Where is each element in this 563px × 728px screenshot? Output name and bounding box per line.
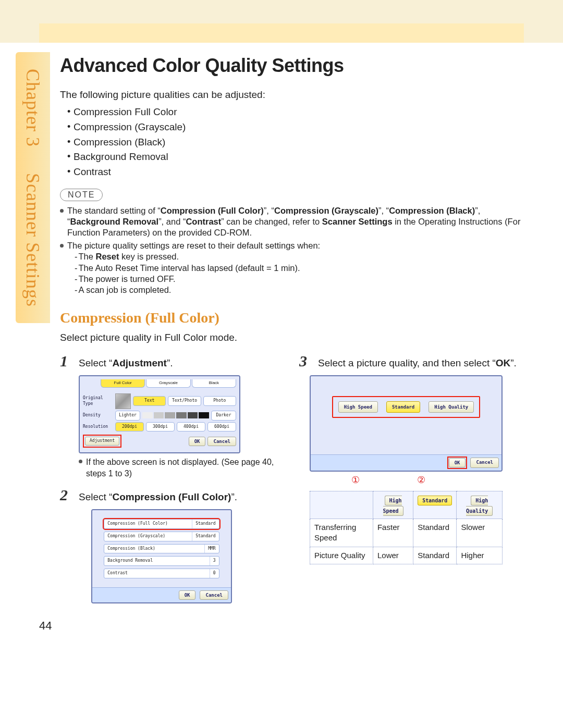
high-speed-button[interactable]: High Speed xyxy=(338,401,378,413)
callouts: ① ② xyxy=(351,474,524,486)
left-column: 1 Select “Adjustment”. Full Color Graysc… xyxy=(60,351,285,612)
list-item: Compression Full Color xyxy=(67,105,524,119)
chapter-label: Chapter 3 xyxy=(22,69,43,147)
step-text: Select “Adjustment”. xyxy=(79,353,285,370)
density-slider[interactable] xyxy=(142,412,209,418)
ok-button[interactable]: OK xyxy=(449,458,466,467)
cancel-button[interactable]: Cancel xyxy=(200,590,228,600)
chip-300dpi[interactable]: 300dpi xyxy=(146,422,175,432)
chip-600dpi[interactable]: 600dpi xyxy=(207,422,236,432)
item-contrast[interactable]: Contrast0 xyxy=(104,569,219,578)
tab-full-color[interactable]: Full Color xyxy=(101,379,145,388)
screenshot-adjustment-list: Compression (Full Color)Standard Compres… xyxy=(91,509,232,603)
quality-group-highlight: High Speed Standard High Quality xyxy=(332,396,481,418)
tab-black[interactable]: Black xyxy=(192,379,236,388)
step-number: 1 xyxy=(60,353,74,369)
step-3: 3 Select a picture quality, and then sel… xyxy=(299,353,524,564)
adjustment-highlight: Adjustment xyxy=(83,435,121,448)
callout-2: ② xyxy=(417,474,425,486)
section-lead: Select picture quality in Full Color mod… xyxy=(60,331,524,344)
label-density: Density xyxy=(83,413,113,418)
page-number: 44 xyxy=(39,619,52,633)
chip-text-photo[interactable]: Text/Photo xyxy=(168,396,201,406)
screenshot-quality-select: High Speed Standard High Quality OK Canc… xyxy=(310,375,503,472)
note-label: NOTE xyxy=(60,189,103,201)
cancel-button[interactable]: Cancel xyxy=(470,458,499,468)
step-2: 2 Select “Compression (Full Color)”. Com… xyxy=(60,487,285,603)
chip-darker[interactable]: Darker xyxy=(211,411,236,421)
screenshot-adjustment: Full Color Grayscale Black Original Type… xyxy=(79,375,240,453)
list-item: Compression (Black) xyxy=(67,135,524,149)
ok-button[interactable]: OK xyxy=(189,437,206,446)
adjustment-button[interactable]: Adjustment xyxy=(85,437,119,446)
thumbnail-icon xyxy=(115,393,131,409)
chapter-side-tab: Chapter 3 Scanner Settings xyxy=(16,52,50,323)
chip-200dpi[interactable]: 200dpi xyxy=(115,422,144,432)
chip-text[interactable]: Text xyxy=(133,396,166,406)
cancel-button[interactable]: Cancel xyxy=(207,437,236,446)
chapter-section: Scanner Settings xyxy=(22,173,43,307)
top-banner xyxy=(0,0,563,43)
step-1: 1 Select “Adjustment”. Full Color Graysc… xyxy=(60,353,285,479)
list-item: Contrast xyxy=(67,165,524,179)
table-row: Picture Quality Lower Standard Higher xyxy=(310,547,503,564)
label-resolution: Resolution xyxy=(83,424,113,430)
step-number: 2 xyxy=(60,487,74,503)
page-content: Advanced Color Quality Settings The foll… xyxy=(60,53,524,612)
high-quality-button[interactable]: High Quality xyxy=(429,401,474,413)
hdr-high-quality: High Quality xyxy=(466,496,493,516)
tab-grayscale[interactable]: Grayscale xyxy=(146,379,190,388)
callout-1: ① xyxy=(351,474,360,486)
item-compression-grayscale[interactable]: Compression (Grayscale)Standard xyxy=(104,532,219,541)
chip-photo[interactable]: Photo xyxy=(203,396,236,406)
chip-400dpi[interactable]: 400dpi xyxy=(177,422,205,432)
standard-button[interactable]: Standard xyxy=(386,401,420,413)
step-text: Select “Compression (Full Color)”. xyxy=(79,487,285,504)
right-column: 3 Select a picture quality, and then sel… xyxy=(299,351,524,572)
note-sublist: The Reset key is pressed. The Auto Reset… xyxy=(67,251,524,295)
intro-text: The following picture qualities can be a… xyxy=(60,88,524,102)
section-title: Compression (Full Color) xyxy=(60,308,524,328)
item-background-removal[interactable]: Background Removal3 xyxy=(104,556,219,566)
note-item: The picture quality settings are reset t… xyxy=(60,240,524,295)
quality-list: Compression Full Color Compression (Gray… xyxy=(67,105,524,178)
chip-lighter[interactable]: Lighter xyxy=(115,411,140,421)
hdr-high-speed: High Speed xyxy=(383,496,403,516)
list-item: Compression (Grayscale) xyxy=(67,120,524,134)
item-compression-black[interactable]: Compression (Black)MMR xyxy=(104,544,219,554)
note-block: The standard setting of “Compression (Fu… xyxy=(60,205,524,295)
label-original-type: Original Type xyxy=(83,396,113,407)
top-banner-inner xyxy=(39,23,524,43)
step-number: 3 xyxy=(299,353,313,369)
table-row: Transferring Speed Faster Standard Slowe… xyxy=(310,519,503,547)
ok-button[interactable]: OK xyxy=(179,590,196,600)
step1-subnote: If the above screen is not displayed. (S… xyxy=(79,456,280,479)
step-text: Select a picture quality, and then selec… xyxy=(318,353,524,370)
note-item: The standard setting of “Compression (Fu… xyxy=(60,205,524,238)
page-title: Advanced Color Quality Settings xyxy=(60,53,524,79)
item-compression-full-color[interactable]: Compression (Full Color)Standard xyxy=(104,519,219,529)
comparison-table: High Speed Standard High Quality Transfe… xyxy=(310,491,503,564)
hdr-standard: Standard xyxy=(418,496,452,505)
list-item: Background Removal xyxy=(67,150,524,164)
